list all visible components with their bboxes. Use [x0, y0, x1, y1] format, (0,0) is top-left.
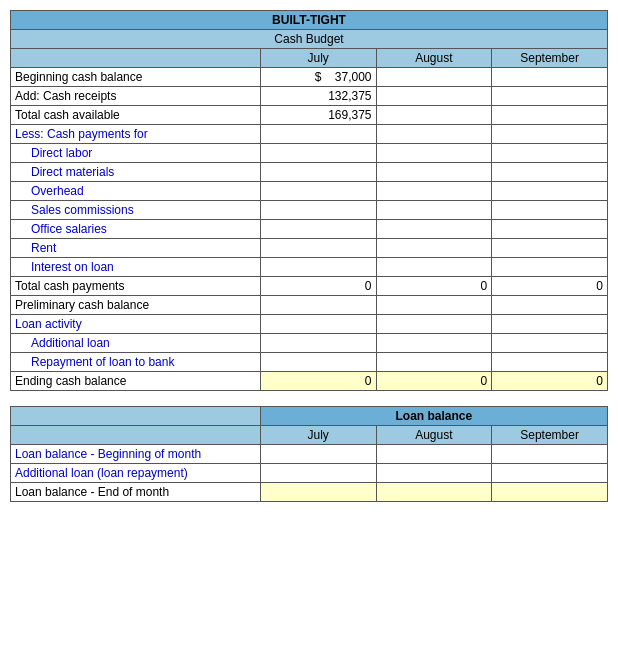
- dollar-sign: $: [315, 70, 322, 84]
- interest-loan-row: Interest on loan: [11, 258, 608, 277]
- cash-receipts-label: Add: Cash receipts: [11, 87, 261, 106]
- loan-september-header: September: [492, 426, 608, 445]
- july-header: July: [260, 49, 376, 68]
- repayment-july: [260, 353, 376, 372]
- direct-labor-july: [260, 144, 376, 163]
- loan-beginning-september: [492, 445, 608, 464]
- overhead-label: Overhead: [11, 182, 261, 201]
- preliminary-cash-august: [376, 296, 492, 315]
- beginning-cash-row: Beginning cash balance $ 37,000: [11, 68, 608, 87]
- interest-loan-september: [492, 258, 608, 277]
- beginning-cash-september: [492, 68, 608, 87]
- cash-budget-table: BUILT-TIGHT Cash Budget July August Sept…: [10, 10, 608, 502]
- total-cash-row: Total cash available 169,375: [11, 106, 608, 125]
- rent-august: [376, 239, 492, 258]
- loan-activity-label: Loan activity: [11, 315, 261, 334]
- beginning-cash-august: [376, 68, 492, 87]
- direct-materials-july: [260, 163, 376, 182]
- less-label: Less: Cash payments for: [11, 125, 261, 144]
- loan-august-header: August: [376, 426, 492, 445]
- cash-receipts-july: 132,375: [260, 87, 376, 106]
- loan-beginning-row: Loan balance - Beginning of month: [11, 445, 608, 464]
- loan-july-header: July: [260, 426, 376, 445]
- ending-cash-label: Ending cash balance: [11, 372, 261, 391]
- rent-label: Rent: [11, 239, 261, 258]
- loan-balance-header: Loan balance: [260, 407, 607, 426]
- direct-materials-label: Direct materials: [11, 163, 261, 182]
- additional-loan-july: [260, 334, 376, 353]
- loan-end-july: [260, 483, 376, 502]
- additional-loan-row: Additional loan: [11, 334, 608, 353]
- office-salaries-september: [492, 220, 608, 239]
- loan-beginning-label: Loan balance - Beginning of month: [11, 445, 261, 464]
- direct-labor-row: Direct labor: [11, 144, 608, 163]
- total-payments-september: 0: [492, 277, 608, 296]
- loan-end-label: Loan balance - End of month: [11, 483, 261, 502]
- additional-loan-september: [492, 334, 608, 353]
- loan-additional-row: Additional loan (loan repayment): [11, 464, 608, 483]
- sales-commissions-september: [492, 201, 608, 220]
- rent-july: [260, 239, 376, 258]
- loan-balance-header-row: Loan balance: [11, 407, 608, 426]
- office-salaries-label: Office salaries: [11, 220, 261, 239]
- direct-materials-august: [376, 163, 492, 182]
- loan-activity-july: [260, 315, 376, 334]
- total-payments-july: 0: [260, 277, 376, 296]
- total-cash-september: [492, 106, 608, 125]
- company-title: BUILT-TIGHT: [11, 11, 608, 30]
- spacer-row2: [11, 399, 608, 407]
- overhead-july: [260, 182, 376, 201]
- ending-cash-september: 0: [492, 372, 608, 391]
- loan-end-september: [492, 483, 608, 502]
- interest-loan-label: Interest on loan: [11, 258, 261, 277]
- beginning-cash-label: Beginning cash balance: [11, 68, 261, 87]
- sales-commissions-august: [376, 201, 492, 220]
- preliminary-cash-label: Preliminary cash balance: [11, 296, 261, 315]
- ending-cash-august: 0: [376, 372, 492, 391]
- less-august: [376, 125, 492, 144]
- beginning-cash-july: $ 37,000: [260, 68, 376, 87]
- loan-additional-august: [376, 464, 492, 483]
- interest-loan-august: [376, 258, 492, 277]
- ending-cash-july: 0: [260, 372, 376, 391]
- loan-beginning-july: [260, 445, 376, 464]
- preliminary-cash-july: [260, 296, 376, 315]
- ending-cash-row: Ending cash balance 0 0 0: [11, 372, 608, 391]
- loan-balance-empty: [11, 407, 261, 426]
- office-salaries-july: [260, 220, 376, 239]
- loan-beginning-august: [376, 445, 492, 464]
- september-header: September: [492, 49, 608, 68]
- repayment-label: Repayment of loan to bank: [11, 353, 261, 372]
- repayment-september: [492, 353, 608, 372]
- rent-row: Rent: [11, 239, 608, 258]
- overhead-august: [376, 182, 492, 201]
- loan-end-august: [376, 483, 492, 502]
- cash-receipts-august: [376, 87, 492, 106]
- direct-labor-september: [492, 144, 608, 163]
- total-cash-label: Total cash available: [11, 106, 261, 125]
- total-cash-july: 169,375: [260, 106, 376, 125]
- loan-activity-september: [492, 315, 608, 334]
- additional-loan-august: [376, 334, 492, 353]
- direct-labor-label: Direct labor: [11, 144, 261, 163]
- sales-commissions-july: [260, 201, 376, 220]
- total-payments-august: 0: [376, 277, 492, 296]
- less-september: [492, 125, 608, 144]
- office-salaries-row: Office salaries: [11, 220, 608, 239]
- repayment-august: [376, 353, 492, 372]
- loan-activity-august: [376, 315, 492, 334]
- direct-materials-row: Direct materials: [11, 163, 608, 182]
- loan-additional-label: Additional loan (loan repayment): [11, 464, 261, 483]
- total-payments-row: Total cash payments 0 0 0: [11, 277, 608, 296]
- loan-col-headers: July August September: [11, 426, 608, 445]
- total-cash-august: [376, 106, 492, 125]
- loan-additional-september: [492, 464, 608, 483]
- cash-receipts-september: [492, 87, 608, 106]
- label-col-header: [11, 49, 261, 68]
- cash-receipts-row: Add: Cash receipts 132,375: [11, 87, 608, 106]
- august-header: August: [376, 49, 492, 68]
- preliminary-cash-row: Preliminary cash balance: [11, 296, 608, 315]
- additional-loan-label: Additional loan: [11, 334, 261, 353]
- less-july: [260, 125, 376, 144]
- preliminary-cash-september: [492, 296, 608, 315]
